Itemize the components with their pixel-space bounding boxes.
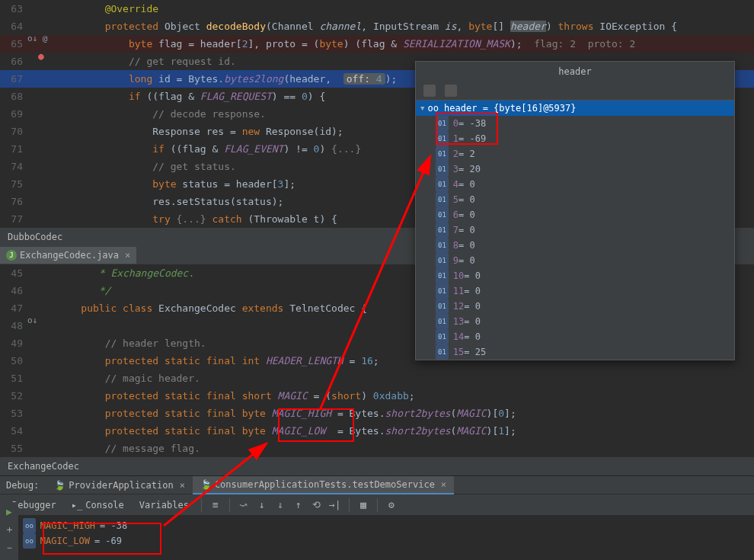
popup-tool-icon[interactable] bbox=[423, 85, 436, 97]
tree-item[interactable]: 018 = 0 bbox=[416, 238, 734, 253]
tab-label: ExchangeCodec.java bbox=[20, 247, 119, 264]
run-to-cursor-icon[interactable]: →| bbox=[326, 496, 344, 514]
code-line[interactable]: 53 protected static final byte MAGIC_HIG… bbox=[0, 405, 754, 422]
breadcrumb-bottom[interactable]: ExchangeCodec bbox=[0, 457, 754, 475]
evaluate-expression-icon[interactable]: ▦ bbox=[354, 496, 372, 514]
console-icon: ▸_ bbox=[72, 500, 82, 510]
drop-frame-icon[interactable]: ⟲ bbox=[308, 496, 326, 514]
tree-item[interactable]: 011 = -69 bbox=[416, 131, 734, 146]
new-watch-icon[interactable]: ＋ bbox=[0, 520, 18, 539]
tree-item[interactable]: 0110 = 0 bbox=[416, 268, 734, 283]
tab-exchangecodec[interactable]: J ExchangeCodec.java × bbox=[0, 247, 136, 264]
tree-item[interactable]: 017 = 0 bbox=[416, 222, 734, 238]
debug-toolwindow-header: Debug: 🍃ProviderApplication×🍃ConsumerApp… bbox=[0, 475, 754, 494]
debug-config-tab[interactable]: 🍃ConsumerApplicationTests.testDemoServic… bbox=[193, 476, 454, 494]
watches-panel[interactable]: ooMAGIC_HIGH = -38ooMAGIC_LOW = -69 bbox=[0, 515, 754, 552]
step-over-icon[interactable]: ⤻ bbox=[235, 496, 253, 514]
tree-item[interactable]: 0112 = 0 bbox=[416, 299, 734, 314]
debug-sub-tab[interactable]: Variables bbox=[132, 496, 196, 514]
code-line[interactable]: 63 @Override bbox=[0, 0, 754, 18]
evaluate-popup[interactable]: header ▼ oo header = {byte[16]@5937}010 … bbox=[415, 61, 735, 360]
tree-item[interactable]: 013 = 20 bbox=[416, 162, 734, 177]
debug-label: Debug: bbox=[6, 480, 39, 491]
debug-sub-tab[interactable]: ▸_Console bbox=[64, 496, 132, 514]
show-exec-point-icon[interactable]: ≡ bbox=[206, 496, 225, 514]
close-icon[interactable]: × bbox=[180, 476, 185, 494]
remove-watch-icon[interactable]: － bbox=[0, 539, 18, 557]
tree-item[interactable]: 016 = 0 bbox=[416, 207, 734, 222]
debug-config-tab[interactable]: 🍃ProviderApplication× bbox=[46, 476, 193, 494]
code-line[interactable]: 64o↓ @ protected Object decodeBody(Chann… bbox=[0, 18, 754, 35]
debug-sub-tabs: Debugger▸_ConsoleVariables bbox=[5, 496, 196, 514]
glasses-icon: oo bbox=[23, 533, 36, 549]
code-line[interactable]: 55 // message flag. bbox=[0, 440, 754, 457]
tree-item[interactable]: 012 = 2 bbox=[416, 146, 734, 162]
tree-item[interactable]: 015 = 0 bbox=[416, 192, 734, 207]
resume-icon[interactable]: ▶ bbox=[0, 502, 18, 520]
popup-tool-icon[interactable] bbox=[445, 85, 457, 97]
tree-item[interactable]: 0114 = 0 bbox=[416, 329, 734, 344]
java-file-icon: J bbox=[6, 250, 17, 261]
popup-title: header bbox=[416, 62, 734, 82]
code-line[interactable]: 54 protected static final byte MAGIC_LOW… bbox=[0, 422, 754, 440]
spring-icon: 🍃 bbox=[54, 476, 65, 494]
glasses-icon: oo bbox=[23, 518, 36, 533]
debug-left-gutter: ▶ ＋ － bbox=[0, 502, 18, 560]
tree-item[interactable]: 0115 = 25 bbox=[416, 344, 734, 360]
tree-item[interactable]: 014 = 0 bbox=[416, 177, 734, 192]
code-line[interactable]: 52 protected static final short MAGIC = … bbox=[0, 387, 754, 405]
tree-root[interactable]: ▼ oo header = {byte[16]@5937} bbox=[416, 101, 734, 116]
popup-toolbar bbox=[416, 82, 734, 101]
debug-toolbar: Debugger▸_ConsoleVariables ≡ ⤻ ↓ ⇓ ↑ ⟲ →… bbox=[0, 494, 754, 515]
step-out-icon[interactable]: ↑ bbox=[289, 496, 308, 514]
code-line[interactable]: 51 // magic header. bbox=[0, 370, 754, 387]
tree-item[interactable]: 0111 = 0 bbox=[416, 283, 734, 299]
code-line[interactable]: 65● byte flag = header[2], proto = (byte… bbox=[0, 35, 754, 53]
step-into-icon[interactable]: ↓ bbox=[253, 496, 271, 514]
close-icon[interactable]: × bbox=[441, 475, 446, 494]
settings-icon[interactable]: ⚙ bbox=[382, 496, 401, 514]
tree-item[interactable]: 010 = -38 bbox=[416, 116, 734, 131]
watch-row[interactable]: ooMAGIC_HIGH = -38 bbox=[23, 518, 754, 533]
force-step-into-icon[interactable]: ⇓ bbox=[271, 496, 289, 514]
tree-item[interactable]: 019 = 0 bbox=[416, 253, 734, 268]
close-icon[interactable]: × bbox=[125, 247, 130, 264]
tree-item[interactable]: 0113 = 0 bbox=[416, 314, 734, 329]
watch-row[interactable]: ooMAGIC_LOW = -69 bbox=[23, 533, 754, 549]
spring-icon: 🍃 bbox=[200, 475, 212, 494]
